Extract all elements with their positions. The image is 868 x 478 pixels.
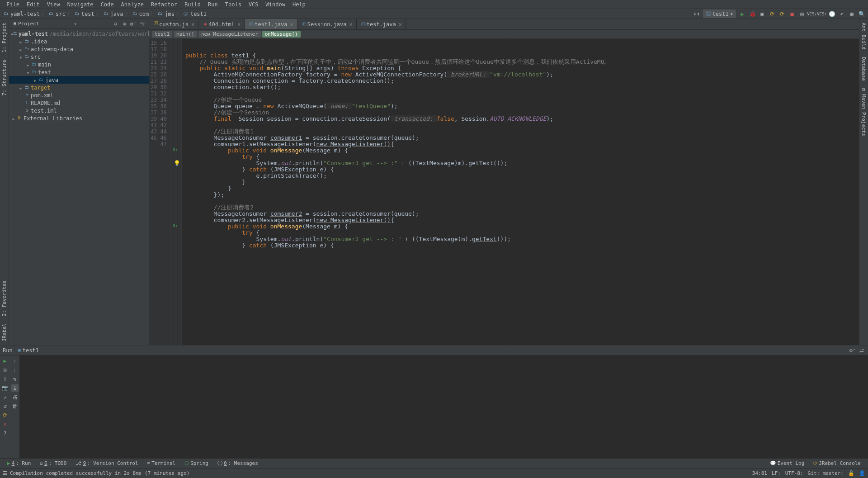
override-icon[interactable]: O↑: [173, 147, 178, 152]
vcs-commit-icon[interactable]: VCS↑: [818, 10, 826, 18]
tool-jrebel-tab[interactable]: JRebel: [0, 320, 8, 345]
tool-database-tab[interactable]: Database: [860, 53, 868, 85]
tree-node[interactable]: 🗀main: [9, 61, 149, 68]
tool-maven-tab[interactable]: m Maven Projects: [860, 85, 868, 140]
tree-node[interactable]: 🗀.idea: [9, 38, 149, 45]
close-icon[interactable]: ×: [237, 21, 241, 28]
help-icon[interactable]: ?: [1, 430, 9, 437]
search-icon[interactable]: 🔍: [858, 10, 865, 18]
clear-icon[interactable]: 🗑: [11, 402, 19, 410]
project-dropdown-icon[interactable]: ▾: [74, 21, 77, 27]
breadcrumb-item[interactable]: new MessageListener: [198, 31, 261, 38]
tree-node[interactable]: 🗀activemq-data: [9, 45, 149, 53]
jrebel-debug-icon[interactable]: ⟳: [778, 10, 786, 18]
tree-root[interactable]: yaml-test: [19, 31, 48, 37]
gutter-marks[interactable]: O↑ 💡 O↑: [171, 39, 182, 345]
file-encoding[interactable]: UTF-8:: [785, 470, 803, 476]
stop-icon[interactable]: ■: [788, 10, 796, 18]
close-icon[interactable]: ✕: [1, 421, 9, 428]
settings-icon[interactable]: ⚙⁻: [849, 347, 856, 354]
menu-refactor[interactable]: Refactor: [147, 1, 181, 8]
editor-tab[interactable]: Ⓒ test1.java×: [245, 19, 297, 29]
tool-project-tab[interactable]: 1: Project: [0, 19, 8, 56]
line-separator[interactable]: LF:: [772, 470, 781, 476]
structure-icon[interactable]: ▦: [848, 10, 855, 18]
editor-tab[interactable]: JS custom.js×: [149, 19, 198, 29]
crumb-test[interactable]: test: [81, 11, 94, 17]
hide-icon[interactable]: ⥄: [858, 347, 865, 354]
menu-analyze[interactable]: Analyze: [118, 1, 148, 8]
run-icon[interactable]: ▶: [739, 10, 746, 18]
tree-node[interactable]: mpom.xml: [9, 91, 149, 99]
rerun-icon[interactable]: ▶: [1, 357, 9, 364]
toolbar-icon[interactable]: ▤: [798, 10, 806, 18]
tree-arrow-icon[interactable]: [18, 85, 24, 91]
menu-window[interactable]: Window: [262, 1, 289, 8]
bottom-jrebel-tab[interactable]: ⟳JRebel Console: [809, 460, 865, 466]
tree-node[interactable]: ⬇README.md: [9, 99, 149, 107]
make-icon[interactable]: ⬇⬆: [693, 10, 700, 18]
tree-arrow-icon[interactable]: [25, 69, 31, 76]
hector-icon[interactable]: 👤: [859, 470, 865, 476]
crumb-src[interactable]: src: [56, 11, 66, 17]
menu-help[interactable]: Help: [289, 1, 309, 8]
crumb-class[interactable]: test1: [190, 11, 207, 17]
breadcrumb-item[interactable]: test1: [152, 31, 172, 38]
exit-icon[interactable]: ↗: [1, 393, 9, 401]
down-icon[interactable]: ↓: [11, 366, 19, 374]
wrap-icon[interactable]: ⇆: [11, 375, 19, 383]
tree-arrow-icon[interactable]: [33, 77, 38, 83]
menu-file[interactable]: FFileile: [3, 1, 23, 8]
crumb-jms[interactable]: jms: [165, 11, 175, 17]
restore-icon[interactable]: ↺: [1, 402, 9, 410]
menu-code[interactable]: Code: [97, 1, 118, 8]
tree-ext-lib[interactable]: External Libraries: [24, 115, 82, 122]
coverage-icon[interactable]: ▣: [759, 10, 766, 18]
hide-icon[interactable]: ⥃: [139, 20, 146, 28]
cursor-position[interactable]: 34:81: [752, 470, 767, 476]
collapse-icon[interactable]: ⊖: [112, 20, 119, 28]
print-icon[interactable]: 🖨: [11, 393, 19, 401]
menu-run[interactable]: Run: [204, 1, 222, 8]
tree-node[interactable]: 🗀test: [9, 68, 149, 76]
menu-build[interactable]: Build: [181, 1, 204, 8]
code-editor[interactable]: public class test1 { // Queue 实现的是点到点模型，…: [182, 39, 859, 345]
bottom-vcs-tab[interactable]: ⎇9: Version Control: [71, 460, 142, 466]
tree-arrow-icon[interactable]: [18, 54, 24, 60]
tree-node[interactable]: 🗀src: [9, 53, 149, 61]
close-icon[interactable]: ×: [349, 21, 352, 28]
tool-structure-tab[interactable]: 7: Structure: [0, 56, 8, 99]
project-tree[interactable]: 🗀 yaml-test /media/simon/data/software/w…: [9, 29, 149, 345]
menu-vcs[interactable]: VCS: [245, 1, 262, 8]
pause-icon[interactable]: ⏸: [1, 375, 9, 383]
breadcrumb-item[interactable]: onMessage(): [262, 31, 301, 38]
crumb-com[interactable]: com: [139, 11, 149, 17]
dump-icon[interactable]: 📷: [1, 384, 9, 392]
bottom-messages-tab[interactable]: ⓘ0: Messages: [213, 460, 263, 467]
history-icon[interactable]: 🕘: [828, 10, 835, 18]
editor-tab[interactable]: ◆ 404.html×: [198, 19, 245, 29]
bottom-terminal-tab[interactable]: ⌨Terminal: [143, 460, 180, 466]
close-icon[interactable]: ×: [191, 21, 194, 28]
bottom-todo-tab[interactable]: ☑6: TODO: [35, 460, 71, 466]
line-gutter[interactable]: 15 16 17 18 19 20 21 22 23 24 25 26 27 2…: [149, 39, 171, 345]
tree-node[interactable]: 🗀target: [9, 84, 149, 91]
vcs-update-icon[interactable]: VCS↓: [808, 10, 816, 18]
tree-arrow-icon[interactable]: [18, 46, 24, 52]
up-icon[interactable]: ↑: [11, 357, 19, 364]
editor-tab[interactable]: Ⓒ Session.java×: [297, 19, 357, 29]
editor-tab[interactable]: Ⓒ test.java×: [357, 19, 406, 29]
revert-icon[interactable]: ↶: [838, 10, 845, 18]
tool-favorites-tab[interactable]: 2: Favorites: [0, 277, 8, 320]
scroll-icon[interactable]: ⤓: [11, 384, 19, 392]
bottom-eventlog-tab[interactable]: 💬Event Log: [765, 460, 809, 466]
bottom-run-tab[interactable]: ▶4: Run: [3, 460, 35, 466]
tree-node[interactable]: ▫test.iml: [9, 107, 149, 114]
jrebel-icon[interactable]: ⟳: [1, 412, 9, 419]
tree-arrow-icon[interactable]: [25, 62, 31, 68]
run-config-selector[interactable]: Ⓒ test1 ▾: [703, 9, 736, 18]
settings-icon[interactable]: ⚙⁻: [130, 20, 137, 28]
run-output[interactable]: [20, 355, 868, 458]
tool-ant-tab[interactable]: Ant Build: [860, 19, 868, 53]
bulb-icon[interactable]: 💡: [174, 160, 180, 166]
